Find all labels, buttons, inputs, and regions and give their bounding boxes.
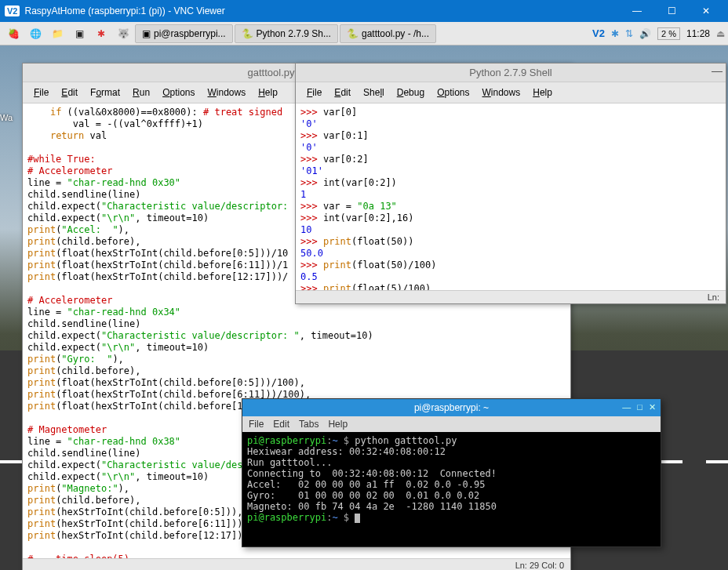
task-python-shell[interactable]: 🐍Python 2.7.9 Sh... [235, 24, 338, 43]
task-gatttool[interactable]: 🐍gatttool.py - /h... [340, 24, 436, 43]
menu-run[interactable]: Run [128, 85, 155, 100]
vnc-titlebar: V2 RaspyAtHome (raspberrypi:1 (pi)) - VN… [0, 0, 728, 22]
shell-title[interactable]: Python 2.7.9 Shell — [296, 64, 726, 82]
menu-format[interactable]: Format [86, 85, 125, 100]
menu-windows[interactable]: Windows [203, 85, 251, 100]
cpu-percent[interactable]: 2 % [657, 27, 680, 40]
menu-edit[interactable]: Edit [56, 85, 82, 100]
terminal-cursor [355, 514, 360, 523]
terminal-window[interactable]: pi@raspberrypi: ~ — □ ✕ File Edit Tabs H… [242, 398, 661, 547]
maximize-button[interactable]: ☐ [654, 0, 689, 22]
shell-menu-shell[interactable]: Shell [359, 85, 389, 100]
terminal-body[interactable]: pi@raspberrypi:~ $ python gatttool.py He… [242, 432, 661, 546]
terminal-title[interactable]: pi@raspberrypi: ~ — □ ✕ [242, 399, 661, 416]
shell-menu-file[interactable]: File [302, 85, 326, 100]
term-menu-help[interactable]: Help [328, 419, 348, 430]
python-shell-window[interactable]: Python 2.7.9 Shell — File Edit Shell Deb… [295, 63, 726, 304]
close-button[interactable]: ✕ [689, 0, 723, 22]
mathematica-icon[interactable]: ✱ [91, 24, 111, 44]
shell-body[interactable]: >>> var[0] '0' >>> var[0:1] '0' >>> var[… [296, 103, 726, 290]
term-close[interactable]: ✕ [649, 402, 656, 412]
bluetooth-icon[interactable]: ✱ [611, 28, 619, 39]
minimize-button[interactable]: — [620, 0, 654, 22]
wastebasket-label[interactable]: Wa [0, 113, 13, 122]
menu-icon[interactable]: 🍓 [3, 24, 24, 44]
term-menu-edit[interactable]: Edit [273, 419, 289, 430]
shell-menu-options[interactable]: Options [432, 85, 474, 100]
menu-file[interactable]: File [29, 85, 53, 100]
shell-menu-edit[interactable]: Edit [329, 85, 355, 100]
shell-menu-windows[interactable]: Windows [478, 85, 526, 100]
term-menu-file[interactable]: File [249, 419, 264, 430]
terminal-icon[interactable]: ▣ [69, 24, 89, 44]
terminal-menubar: File Edit Tabs Help [242, 416, 661, 432]
shell-menu-help[interactable]: Help [528, 85, 557, 100]
python-icon: 🐍 [242, 28, 253, 39]
term-maximize[interactable]: □ [637, 402, 642, 412]
files-icon[interactable]: 📁 [47, 24, 67, 44]
eject-icon[interactable]: ⏏ [716, 28, 725, 39]
shell-minimize[interactable]: — [712, 65, 723, 76]
network-icon[interactable]: ⇅ [625, 28, 633, 39]
term-menu-tabs[interactable]: Tabs [299, 419, 318, 430]
shell-menu-debug[interactable]: Debug [392, 85, 429, 100]
web-icon[interactable]: 🌐 [25, 24, 46, 44]
shell-status: Ln: [296, 290, 726, 303]
pi-taskbar: 🍓 🌐 📁 ▣ ✱ 🐺 ▣pi@raspberrypi... 🐍Python 2… [0, 22, 728, 45]
term-minimize[interactable]: — [622, 402, 631, 412]
desktop[interactable]: Wa gatttool.py - /home/pi/ File Edit For… [0, 45, 728, 570]
vnc-tray-icon[interactable]: V2 [592, 27, 605, 39]
terminal-task-icon: ▣ [142, 28, 151, 39]
shell-menubar: File Edit Shell Debug Options Windows He… [296, 82, 726, 103]
python-icon: 🐍 [347, 28, 359, 39]
clock[interactable]: 11:28 [686, 28, 710, 39]
wolfram-icon[interactable]: 🐺 [113, 24, 133, 44]
vnc-title: RaspyAtHome (raspberrypi:1 (pi)) - VNC V… [24, 5, 620, 16]
idle-status: Ln: 29 Col: 0 [23, 558, 570, 570]
menu-help[interactable]: Help [253, 85, 282, 100]
volume-icon[interactable]: 🔊 [639, 28, 651, 39]
task-terminal[interactable]: ▣pi@raspberrypi... [135, 24, 233, 43]
vnc-logo: V2 [5, 5, 20, 16]
menu-options[interactable]: Options [158, 85, 199, 100]
